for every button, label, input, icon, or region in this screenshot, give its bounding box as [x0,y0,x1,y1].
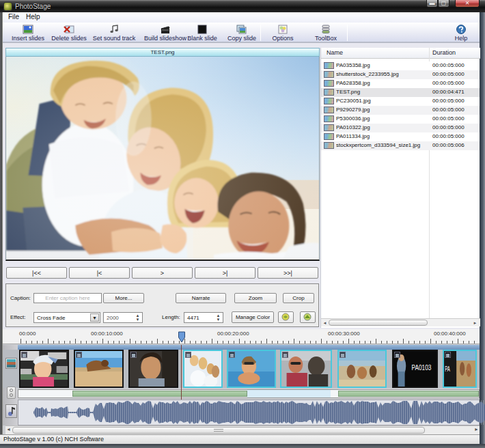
svg-text:PA: PA [445,366,450,374]
svg-text:PA0103: PA0103 [412,364,432,372]
